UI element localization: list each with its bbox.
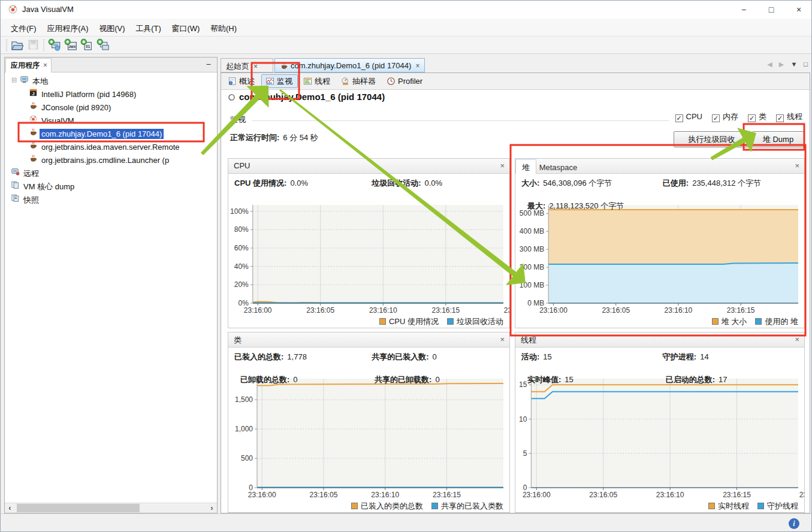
checkbox-线程[interactable]: ✓线程	[776, 111, 802, 122]
checkbox-icon[interactable]: ✓	[748, 114, 756, 122]
stat-value: 546,308,096 个字节	[543, 179, 612, 188]
scrollbar-thumb[interactable]	[17, 504, 140, 512]
svg-text:23:16:15: 23:16:15	[431, 306, 460, 315]
tree-item-3[interactable]: VisualVM	[5, 114, 217, 127]
legend-label: 实时线程	[718, 501, 749, 510]
tab-close-icon[interactable]: ×	[43, 61, 47, 69]
tab-close-icon[interactable]: ×	[415, 62, 419, 70]
menu-applications[interactable]: 应用程序(A)	[43, 22, 92, 35]
stat-label: 已启动的总数:	[666, 375, 715, 384]
classes-chart-legend: 已装入的类的总数共享的已装入类数	[228, 500, 509, 512]
window-maximize-button[interactable]: □	[757, 1, 785, 19]
tree-item-0[interactable]: 本地	[5, 74, 217, 87]
nav-right-icon[interactable]: ▶	[779, 61, 784, 68]
tree-item-1[interactable]: JIntelliJ Platform (pid 14968)	[5, 87, 217, 101]
legend-item: 堆 大小	[712, 316, 747, 327]
java-icon	[29, 101, 40, 114]
info-icon[interactable]: i	[789, 518, 799, 529]
close-icon[interactable]: ×	[500, 161, 505, 170]
view-tab-监视[interactable]: 监视	[261, 74, 298, 88]
add-jmx-connection-icon[interactable]: JMX	[64, 38, 77, 53]
stat-label: 活动:	[521, 352, 539, 361]
tree-item-2[interactable]: JConsole (pid 8920)	[5, 101, 217, 114]
tree-item-8[interactable]: VM 核心 dump	[5, 180, 217, 193]
open-file-icon[interactable]	[10, 38, 24, 53]
scroll-right-icon[interactable]: ›	[207, 503, 217, 513]
window-close-button[interactable]: ×	[785, 1, 812, 19]
sidebar-hscrollbar[interactable]: ‹ ›	[5, 503, 217, 513]
nav-dropdown-icon[interactable]: ▼	[790, 61, 797, 68]
checkbox-类[interactable]: ✓类	[748, 111, 766, 122]
view-tab-概述[interactable]: i概述	[224, 74, 260, 88]
legend-label: 垃圾回收活动	[457, 317, 503, 326]
tab-process[interactable]: com.zhuhjay.Demo1_6 (pid 17044)×	[274, 58, 425, 72]
tree-item-9[interactable]: 快照	[5, 193, 217, 206]
add-vm-coredump-icon[interactable]: 01	[80, 38, 93, 53]
close-icon[interactable]: ×	[795, 161, 799, 170]
tree-item-7[interactable]: 远程	[5, 167, 217, 180]
stat-label: 已使用:	[663, 179, 689, 188]
menu-file[interactable]: 文件(F)	[7, 22, 41, 35]
java-icon	[29, 141, 40, 154]
close-icon[interactable]: ×	[795, 335, 799, 344]
legend-swatch-icon	[351, 503, 358, 509]
window-minimize-button[interactable]: −	[730, 1, 757, 19]
tab-heap[interactable]: 堆	[515, 159, 536, 174]
java-icon	[29, 154, 40, 167]
legend-item: 使用的 堆	[755, 316, 798, 327]
visualvm-icon	[29, 114, 40, 128]
menu-tools[interactable]: 工具(T)	[131, 22, 165, 35]
tree-item-label: VM 核心 dump	[22, 182, 76, 192]
tree-item-4[interactable]: com.zhuhjay.Demo1_6 (pid 17044)	[5, 127, 217, 140]
heap-dump-button[interactable]: 堆 Dump	[752, 131, 804, 147]
tab-start-page-label: 起始页	[226, 62, 249, 71]
tab-applications[interactable]: 应用程序×	[5, 58, 52, 72]
title-bar: Java VisualVM − □ ×	[1, 1, 812, 19]
checkbox-icon[interactable]: ✓	[712, 114, 720, 122]
menu-view[interactable]: 视图(V)	[95, 22, 129, 35]
threads-panel-title: 线程	[521, 335, 536, 344]
legend-item: 垃圾回收活动	[447, 316, 503, 327]
legend-label: 堆 大小	[722, 317, 747, 326]
checkbox-label: 类	[759, 112, 766, 121]
tree-item-5[interactable]: org.jetbrains.idea.maven.server.Remote	[5, 140, 217, 153]
legend-label: 已装入的类的总数	[361, 501, 423, 510]
svg-text:23:16:10: 23:16:10	[369, 306, 397, 315]
add-snapshot-icon[interactable]	[96, 38, 110, 53]
expander-icon[interactable]	[11, 75, 19, 88]
view-tab-线程[interactable]: 线程	[299, 74, 336, 88]
process-heading: com.zhuhjay.Demo1_6 (pid 17044)	[228, 92, 385, 103]
checkbox-icon[interactable]: ✓	[776, 114, 784, 122]
view-tab-抽样器[interactable]: 抽样器	[337, 74, 381, 88]
maximize-view-icon[interactable]: □	[804, 61, 808, 68]
tree-item-6[interactable]: org.jetbrains.jps.cmdline.Launcher (p	[5, 153, 217, 167]
overview-icon: i	[228, 77, 237, 87]
checkbox-内存[interactable]: ✓内存	[712, 111, 738, 122]
uptime-value: 6 分 54 秒	[283, 133, 318, 142]
stat-value: 2,118,123,520 个字节	[549, 201, 624, 210]
menu-help[interactable]: 帮助(H)	[206, 22, 241, 35]
close-icon[interactable]: ×	[500, 335, 505, 344]
legend-swatch-icon	[447, 318, 454, 325]
svg-text:23:16:10: 23:16:10	[665, 306, 693, 315]
checkbox-icon[interactable]: ✓	[675, 114, 683, 122]
svg-text:J: J	[32, 90, 34, 96]
nav-left-icon[interactable]: ◀	[767, 61, 772, 68]
tab-close-icon[interactable]: ×	[253, 62, 258, 71]
view-tab-Profiler[interactable]: Profiler	[382, 75, 428, 89]
checkbox-label: CPU	[686, 112, 702, 121]
tab-start-page[interactable]: 起始页×	[221, 58, 273, 72]
sidebar-minimize-icon[interactable]: −	[206, 59, 211, 69]
scroll-left-icon[interactable]: ‹	[5, 503, 15, 513]
checkbox-CPU[interactable]: ✓CPU	[675, 112, 702, 122]
svg-text:JMX: JMX	[68, 45, 76, 49]
save-icon[interactable]	[26, 38, 40, 53]
threads-panel-header: 线程 ×	[515, 332, 804, 347]
menu-window[interactable]: 窗口(W)	[167, 22, 204, 35]
sampler-icon	[341, 77, 350, 87]
checkbox-label: 内存	[723, 112, 738, 121]
add-remote-host-icon[interactable]	[47, 38, 61, 53]
stat-label: 已装入的总数:	[234, 352, 283, 361]
perform-gc-button[interactable]: 执行垃圾回收	[674, 131, 750, 147]
metric-checkboxes: ✓CPU✓内存✓类✓线程	[666, 111, 802, 122]
